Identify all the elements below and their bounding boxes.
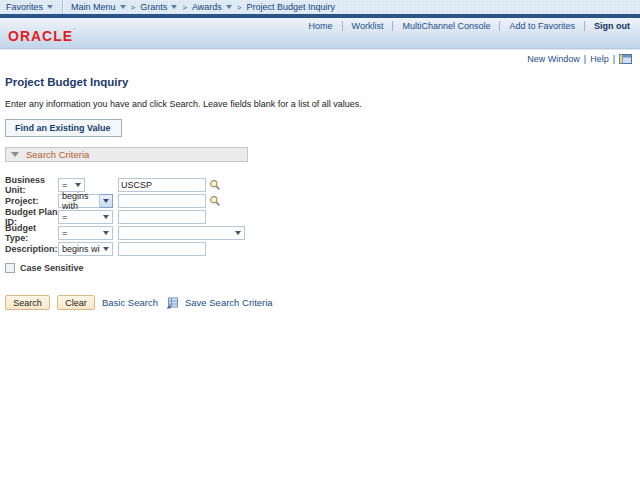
basic-search-link[interactable]: Basic Search [102, 297, 158, 308]
chevron-down-icon [47, 5, 53, 9]
business-unit-lookup-icon[interactable] [209, 179, 221, 191]
collapse-triangle-icon [11, 152, 19, 157]
link-sign-out[interactable]: Sign out [594, 21, 630, 31]
project-label: Project: [5, 196, 58, 206]
form-row-budget-plan-id: Budget Plan ID: = [5, 210, 632, 224]
form-row-description: Description: begins with [5, 242, 632, 256]
case-sensitive-label: Case Sensitive [20, 263, 84, 273]
business-unit-input[interactable] [118, 178, 206, 192]
link-home[interactable]: Home [309, 21, 333, 31]
peoplesoft-window: Favorites Main Menu > Grants > Awards > … [0, 0, 640, 480]
link-divider [584, 21, 585, 31]
utility-divider: | [613, 54, 615, 64]
budget-type-operator-select[interactable]: = [58, 226, 113, 240]
search-criteria-label: Search Criteria [26, 149, 89, 160]
oracle-logo: ORACLEʾ [8, 28, 76, 44]
link-divider [499, 21, 500, 31]
link-divider [342, 21, 343, 31]
budget-type-label: Budget Type: [5, 223, 58, 243]
http-page-icon[interactable] [619, 54, 632, 64]
project-lookup-icon[interactable] [209, 195, 221, 207]
save-search-criteria-link[interactable]: Save Search Criteria [185, 297, 273, 308]
breadcrumb-awards[interactable]: Awards [192, 2, 232, 12]
portal-links: Home Worklist MultiChannel Console Add t… [309, 21, 630, 31]
description-label: Description: [5, 244, 58, 254]
chevron-down-icon [103, 247, 109, 251]
search-criteria-section-header[interactable]: Search Criteria [5, 147, 248, 162]
instructions-text: Enter any information you have and click… [5, 99, 632, 109]
breadcrumb-grants-label: Grants [140, 2, 167, 12]
breadcrumb-separator: > [237, 3, 242, 12]
chevron-down-icon [103, 199, 109, 203]
save-search-criteria-icon[interactable] [166, 297, 178, 309]
breadcrumb-main-menu-label: Main Menu [71, 2, 116, 12]
utility-links: New Window | Help | [5, 54, 632, 64]
chevron-down-icon [226, 5, 232, 9]
link-multichannel-console[interactable]: MultiChannel Console [402, 21, 490, 31]
breadcrumb-favorites-label: Favorites [6, 2, 43, 12]
chevron-down-icon [103, 231, 109, 235]
project-operator-select[interactable]: begins with [58, 194, 113, 208]
breadcrumb-favorites[interactable]: Favorites [6, 2, 53, 12]
chevron-down-icon [120, 5, 126, 9]
clear-button[interactable]: Clear [57, 295, 95, 310]
business-unit-label: Business Unit: [5, 175, 58, 195]
link-add-to-favorites[interactable]: Add to Favorites [509, 21, 575, 31]
link-help[interactable]: Help [590, 54, 609, 64]
breadcrumb-main-menu[interactable]: Main Menu [71, 2, 126, 12]
business-unit-operator-select[interactable]: = [58, 178, 85, 192]
breadcrumb-grants[interactable]: Grants [140, 2, 177, 12]
tab-find-an-existing-value[interactable]: Find an Existing Value [5, 119, 122, 137]
description-operator-select[interactable]: begins with [58, 242, 113, 256]
breadcrumb-separator: > [182, 3, 187, 12]
breadcrumb-awards-label: Awards [192, 2, 222, 12]
chevron-down-icon [75, 183, 81, 187]
budget-plan-id-input[interactable] [118, 210, 206, 224]
form-row-project: Project: begins with [5, 194, 632, 208]
chevron-down-icon [171, 5, 177, 9]
breadcrumb-separator: > [131, 3, 136, 12]
chevron-down-icon [235, 231, 241, 235]
page-content: New Window | Help | Project Budget Inqui… [0, 49, 640, 310]
link-new-window[interactable]: New Window [527, 54, 580, 64]
case-sensitive-row: Case Sensitive [5, 263, 632, 273]
action-bar: Search Clear Basic Search Save Search Cr… [5, 295, 632, 310]
project-input[interactable] [118, 194, 206, 208]
breadcrumb-current-page: Project Budget Inquiry [246, 2, 335, 12]
form-row-budget-type: Budget Type: = [5, 226, 632, 240]
case-sensitive-checkbox[interactable] [5, 263, 15, 273]
budget-type-value-select[interactable] [118, 226, 245, 240]
page-title: Project Budget Inquiry [5, 76, 632, 88]
breadcrumb-divider [62, 0, 63, 14]
header: ORACLEʾ Home Worklist MultiChannel Conso… [0, 18, 640, 49]
breadcrumb: Favorites Main Menu > Grants > Awards > … [0, 0, 640, 14]
form-row-business-unit: Business Unit: = [5, 178, 632, 192]
search-criteria-form: Business Unit: = Project: [5, 178, 632, 273]
link-worklist[interactable]: Worklist [352, 21, 384, 31]
budget-plan-id-operator-select[interactable]: = [58, 210, 113, 224]
link-divider [392, 21, 393, 31]
dropdown-arrow-button[interactable] [100, 194, 113, 208]
description-input[interactable] [118, 242, 206, 256]
utility-divider: | [584, 54, 586, 64]
search-button[interactable]: Search [5, 295, 50, 310]
chevron-down-icon [103, 215, 109, 219]
